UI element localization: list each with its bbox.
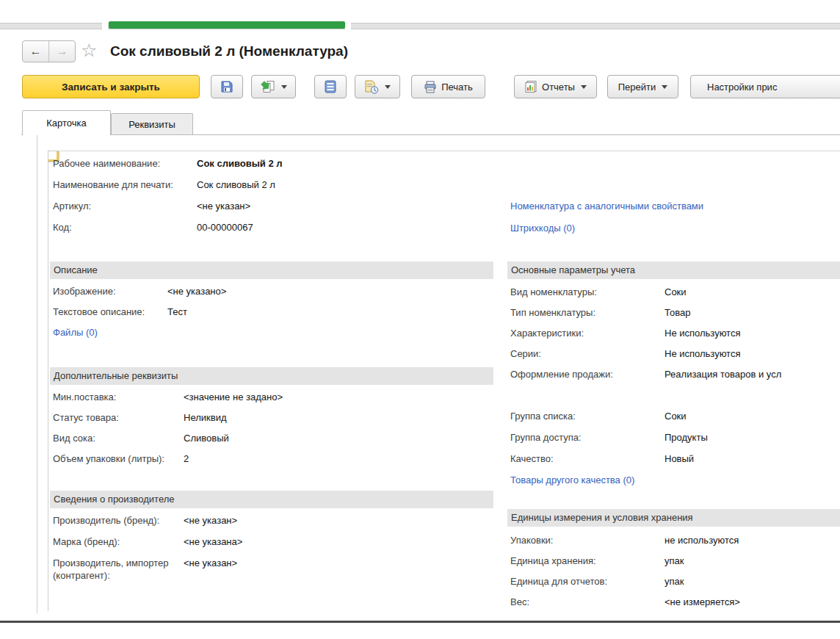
field-value: Не используются: [665, 347, 740, 360]
field-label: Группа доступа:: [510, 431, 665, 444]
print-label: Печать: [441, 82, 473, 93]
panel-left-border: [37, 135, 37, 613]
field-value: <не указан>: [184, 514, 237, 527]
field-label: Изображение:: [53, 285, 167, 297]
settings-button[interactable]: Настройки прис: [690, 75, 840, 98]
barcodes-link[interactable]: Штрихкоды (0): [510, 222, 575, 234]
window-tab-separator: [102, 21, 108, 30]
field-row: Текстовое описание: Тест: [53, 306, 226, 326]
field-value: Продукты: [665, 431, 708, 444]
field-label: Производитель (бренд):: [53, 514, 184, 527]
field-label: Оформление продажи:: [510, 368, 665, 380]
field-row: Единица для отчетов: упак: [510, 575, 740, 596]
dropdown-caret-icon: [385, 85, 391, 89]
report-chart-icon: [524, 80, 537, 93]
top-links-block: Номенклатура с аналогичными свойствами Ш…: [510, 197, 703, 244]
tab-card-label: Карточка: [46, 118, 86, 129]
field-value: Тест: [167, 306, 187, 318]
other-quality-goods-link[interactable]: Товары другого качества (0): [510, 474, 634, 486]
field-label: Единица для отчетов:: [510, 575, 665, 588]
field-row: Вид сока: Сливовый: [53, 432, 283, 452]
back-button[interactable]: ←: [23, 41, 49, 62]
save-and-close-label: Записать и закрыть: [62, 82, 160, 93]
field-value: Соки: [665, 286, 687, 298]
field-row: Мин.поставка: <значение не задано>: [53, 386, 283, 411]
registers-list-button[interactable]: [314, 75, 347, 98]
field-label: Серии:: [510, 347, 665, 360]
field-value: упак: [665, 555, 684, 567]
field-label: Код:: [53, 221, 197, 234]
similar-properties-link[interactable]: Номенклатура с аналогичными свойствами: [510, 200, 703, 212]
section-header-description: Описание: [50, 261, 493, 279]
field-row: Качество: Новый: [510, 452, 708, 474]
section-header-accounting: Основные параметры учета: [507, 261, 840, 279]
field-value: Не используются: [665, 327, 740, 339]
field-row: Объем упаковки (литры): 2: [53, 452, 283, 473]
field-value: <значение не задано>: [184, 391, 283, 403]
files-link[interactable]: Файлы (0): [53, 326, 98, 339]
reports-button[interactable]: Отчеты: [514, 75, 597, 98]
main-fields-block: Рабочее наименование: Сок сливовый 2 л Н…: [53, 157, 283, 242]
field-label: Объем упаковки (литры):: [53, 452, 184, 465]
field-label: Вес:: [510, 596, 665, 608]
change-history-button[interactable]: [355, 75, 400, 98]
units-block: Упаковки: не используются Единица хранен…: [510, 528, 740, 616]
field-value: 2: [184, 452, 189, 465]
field-label: Характеристики:: [510, 327, 665, 339]
field-row: Серии: Не используются: [510, 347, 781, 368]
field-label: Текстовое описание:: [53, 306, 167, 318]
form-group-top-border: [60, 151, 840, 151]
favorite-star-icon[interactable]: ☆: [81, 39, 97, 61]
goto-button[interactable]: Перейти: [607, 75, 678, 98]
field-value: <не указано>: [167, 285, 226, 297]
forward-icon: →: [57, 45, 68, 58]
field-value: Неликвид: [184, 411, 226, 424]
field-label: Группа списка:: [510, 410, 665, 422]
description-block: Изображение: <не указано> Текстовое опис…: [53, 282, 226, 347]
field-value: Соки: [665, 410, 687, 422]
tab-card[interactable]: Карточка: [22, 110, 111, 135]
field-label: Качество:: [510, 452, 665, 465]
field-value: Товар: [665, 306, 690, 319]
dropdown-caret-icon: [581, 85, 587, 89]
list-icon: [325, 80, 336, 93]
field-value: <не указан>: [184, 557, 237, 569]
dropdown-caret-icon: [281, 85, 287, 89]
settings-label: Настройки прис: [707, 82, 777, 93]
field-value: Реализация товаров и усл: [665, 368, 781, 380]
nomenclature-card-window: { "icons": { "back": "←", "forward": "→"…: [0, 0, 840, 639]
field-row: Упаковки: не используются: [510, 528, 740, 555]
accounting-block: Вид номенклатуры: Соки Тип номенклатуры:…: [510, 282, 781, 389]
field-value: не используются: [665, 534, 739, 546]
active-window-tab-indicator[interactable]: [109, 21, 345, 29]
document-clock-icon: [364, 80, 379, 94]
section-header-additional: Дополнительные реквизиты: [50, 367, 493, 385]
field-label: Наименование для печати:: [53, 178, 197, 191]
field-row: Производитель, импортер (контрагент): <н…: [53, 557, 242, 582]
field-label: Рабочее наименование:: [53, 157, 197, 170]
create-based-on-button[interactable]: [251, 75, 296, 98]
print-button[interactable]: Печать: [411, 75, 485, 98]
save-icon: [220, 80, 233, 93]
field-row: Характеристики: Не используются: [510, 327, 781, 347]
section-header-units: Единицы измерения и условия хранения: [507, 509, 840, 527]
manufacturer-block: Производитель (бренд): <не указан> Марка…: [53, 510, 242, 582]
tab-details[interactable]: Реквизиты: [111, 113, 193, 134]
field-value: Сок сливовый 2 л: [197, 157, 283, 170]
field-label: Вид номенклатуры:: [510, 286, 665, 298]
printer-icon: [424, 81, 437, 93]
save-button[interactable]: [211, 75, 243, 98]
copy-document-icon: [261, 80, 275, 93]
field-row: Группа списка: Соки: [510, 405, 708, 431]
field-label: Упаковки:: [510, 534, 665, 546]
save-and-close-button[interactable]: Записать и закрыть: [22, 75, 200, 98]
reports-label: Отчеты: [542, 82, 575, 93]
field-value: Новый: [665, 452, 694, 465]
forward-button[interactable]: →: [49, 41, 75, 62]
field-label: Статус товара:: [53, 411, 184, 424]
field-row: Тип номенклатуры: Товар: [510, 306, 781, 327]
field-label: Производитель, импортер (контрагент):: [53, 557, 184, 582]
field-label: Вид сока:: [53, 432, 184, 444]
additional-block: Мин.поставка: <значение не задано> Стату…: [53, 386, 283, 473]
field-value: <не указана>: [184, 535, 242, 548]
